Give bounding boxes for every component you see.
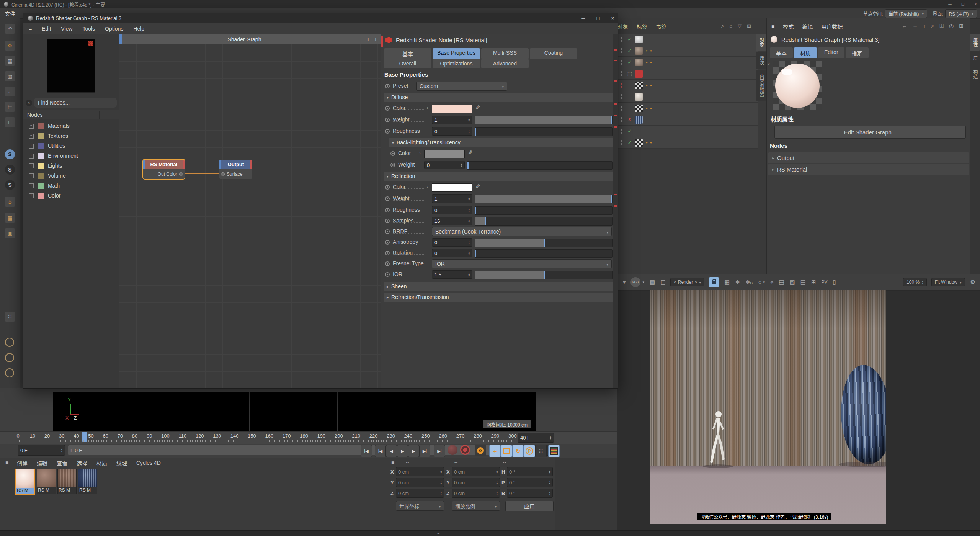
- picture-viewer-icon[interactable]: PV: [822, 279, 828, 285]
- diffuse-section-bar[interactable]: ▾Diffuse: [384, 93, 613, 102]
- diffuse-weight-field[interactable]: 1▴▾: [432, 116, 472, 124]
- reflection-roughness-field[interactable]: 0▴▾: [432, 206, 472, 214]
- visibility-mark[interactable]: ✗: [626, 117, 634, 123]
- redshift-badge-icon-2[interactable]: S: [5, 165, 15, 175]
- animation-dot-icon[interactable]: [385, 106, 390, 111]
- vtab[interactable]: 属性: [970, 34, 980, 51]
- anisotropy-field[interactable]: 0▴▾: [432, 238, 472, 247]
- animation-dot-icon[interactable]: [385, 129, 390, 134]
- workplane-tool-icon[interactable]: ⊢: [5, 102, 15, 112]
- record-parameter-toggle[interactable]: P: [524, 445, 535, 457]
- eyedropper-icon[interactable]: ✎: [475, 104, 480, 111]
- gear-icon[interactable]: ⚙: [5, 41, 15, 51]
- record-key-icon[interactable]: [448, 445, 457, 455]
- properties-tab[interactable]: Advanced: [481, 59, 529, 68]
- expand-icon[interactable]: +: [29, 124, 34, 129]
- attribute-node-row[interactable]: Output: [768, 152, 969, 164]
- lock-icon[interactable]: [709, 277, 719, 287]
- preset-dropdown[interactable]: Custom: [416, 82, 507, 91]
- lock-icon[interactable]: ⚿: [939, 23, 944, 29]
- viewport-strip[interactable]: Y X Z 网格间距: 10000 cm: [53, 392, 536, 431]
- reflection-color-swatch[interactable]: [432, 183, 472, 192]
- hamburger-icon[interactable]: ≡: [771, 23, 774, 29]
- close-icon[interactable]: ×: [974, 2, 977, 7]
- transport-button[interactable]: ▶|: [419, 445, 430, 457]
- hamburger-icon[interactable]: ≡: [391, 459, 394, 466]
- node-category-row[interactable]: + Math: [23, 181, 119, 191]
- render-preview-toggle[interactable]: [548, 445, 560, 457]
- crop-icon[interactable]: ◱: [660, 279, 666, 286]
- rotation-slider[interactable]: [475, 249, 612, 258]
- home-icon[interactable]: ⌂: [729, 23, 732, 29]
- visibility-mark[interactable]: ✓: [626, 36, 634, 42]
- animation-dot-icon[interactable]: [385, 251, 390, 255]
- backlight-weight-slider[interactable]: [467, 161, 612, 170]
- spline-pen-icon-3[interactable]: [5, 368, 14, 377]
- material-menu-item[interactable]: 查看: [57, 459, 67, 467]
- expand-icon[interactable]: +: [29, 163, 34, 168]
- properties-tab[interactable]: Multi-SSS: [481, 48, 529, 59]
- node-category-row[interactable]: + Lights: [23, 161, 119, 171]
- spline-pen-icon-2[interactable]: [5, 353, 14, 362]
- output-node[interactable]: Output Surface: [219, 160, 252, 179]
- texture-tile-icon[interactable]: ▣: [5, 228, 15, 238]
- hamburger-icon[interactable]: ≡: [5, 459, 8, 466]
- object-row[interactable]: [617, 91, 758, 103]
- image-add-icon[interactable]: ▤: [800, 279, 806, 286]
- position-field[interactable]: 0 cm▴▾: [396, 478, 444, 487]
- autokey-record-icon[interactable]: [460, 445, 470, 455]
- record-pla-toggle[interactable]: ∷: [535, 445, 547, 457]
- surface-port[interactable]: [221, 172, 225, 176]
- node-space-dropdown[interactable]: 当前 (Redshift): [885, 9, 927, 18]
- reflection-samples-slider[interactable]: [475, 217, 612, 226]
- properties-tab[interactable]: 基本: [384, 48, 431, 59]
- axis-tool-icon[interactable]: ⌐: [5, 87, 15, 96]
- animation-dot-icon[interactable]: [385, 261, 390, 266]
- shader-window-titlebar[interactable]: Redshift Shader Graph - RS Material.3 ─ …: [23, 13, 618, 23]
- animation-dot-icon[interactable]: [390, 163, 395, 167]
- pan-icon[interactable]: +: [367, 36, 370, 42]
- dots-grid-icon[interactable]: ∷: [5, 312, 15, 322]
- object-row[interactable]: ⬚: [617, 68, 758, 80]
- visibility-mark[interactable]: ✓: [626, 48, 634, 54]
- properties-tab[interactable]: Base Properties: [433, 48, 480, 59]
- object-row[interactable]: ✗: [617, 114, 758, 126]
- file-icon[interactable]: ▯: [833, 279, 836, 286]
- spline-pen-icon-1[interactable]: [5, 338, 14, 347]
- keyframe-settings-icon[interactable]: ⚙: [475, 445, 486, 456]
- region-circle-icon[interactable]: ○: [758, 279, 761, 285]
- render-camera-dropdown[interactable]: < Render >: [670, 278, 704, 286]
- minimize-icon[interactable]: ─: [948, 2, 952, 7]
- object-menu-item[interactable]: 书签: [656, 23, 666, 31]
- attribute-tab[interactable]: Editor: [818, 47, 844, 58]
- material-thumbnail[interactable]: RS M: [57, 469, 77, 494]
- vtab[interactable]: 场次: [756, 52, 766, 69]
- filter-icon[interactable]: ▽: [738, 23, 742, 29]
- dither-icon[interactable]: ▩: [650, 279, 655, 286]
- rs-material-node[interactable]: RS Material Out Color: [143, 160, 185, 179]
- expand-icon[interactable]: +: [29, 193, 34, 198]
- eyedropper-icon[interactable]: ✎: [475, 183, 480, 190]
- node-category-row[interactable]: + Materials: [23, 121, 119, 131]
- hatch-overlay-icon[interactable]: ▨: [790, 279, 795, 286]
- shader-graph-canvas[interactable]: Shader Graph + ↓ RS Material Out Color O…: [119, 34, 381, 388]
- edit-shader-graph-button[interactable]: Edit Shader Graph...: [774, 126, 966, 139]
- properties-tab[interactable]: Optimizations: [433, 59, 480, 68]
- material-thumbnail[interactable]: RS M: [15, 469, 35, 495]
- menu-edit[interactable]: Edit: [42, 26, 51, 32]
- animation-dot-icon[interactable]: [390, 151, 395, 156]
- cube-tool-icon[interactable]: ▦: [5, 56, 15, 66]
- animation-dot-icon[interactable]: [385, 84, 390, 88]
- material-menu-item[interactable]: 创建: [17, 459, 28, 467]
- node-category-row[interactable]: + Environment: [23, 151, 119, 161]
- node-category-row[interactable]: + Textures: [23, 131, 119, 141]
- object-row[interactable]: ✓: [617, 126, 758, 137]
- minimize-icon[interactable]: ─: [581, 15, 585, 21]
- object-row[interactable]: ✓ ● ●: [617, 45, 758, 57]
- model-tool-icon[interactable]: ▧: [5, 71, 15, 81]
- animation-dot-icon[interactable]: [385, 219, 390, 223]
- record-position-toggle[interactable]: +: [489, 445, 501, 457]
- animation-dot-icon[interactable]: [385, 118, 390, 122]
- visibility-mark[interactable]: ✓: [626, 140, 634, 145]
- node-category-row[interactable]: + Utilities: [23, 141, 119, 151]
